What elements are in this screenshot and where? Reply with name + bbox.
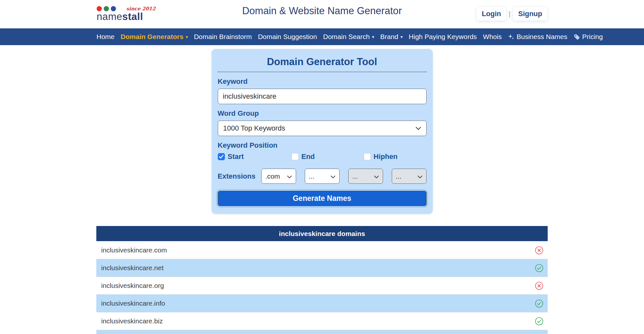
extension-value: .com bbox=[265, 172, 280, 180]
checkbox-box-icon bbox=[218, 153, 225, 160]
extension-select-1[interactable]: .com bbox=[261, 169, 296, 184]
login-button[interactable]: Login bbox=[476, 7, 506, 21]
nav-item-label: Domain Generators bbox=[121, 33, 184, 41]
extensions-label: Extensions bbox=[218, 172, 261, 181]
table-row: inclusiveskincare.biz bbox=[96, 312, 548, 330]
logo-dot-green-icon bbox=[104, 6, 109, 11]
nav-item-high-paying-keywords[interactable]: High Paying Keywords bbox=[409, 33, 477, 41]
checkbox-box-icon bbox=[364, 153, 371, 160]
domain-text: inclusiveskincare.com bbox=[101, 246, 167, 254]
logo-dot-blue-icon bbox=[111, 6, 116, 11]
dotted-separator bbox=[218, 72, 427, 72]
keyword-input[interactable] bbox=[218, 89, 427, 104]
nav-item-label: Brand bbox=[380, 33, 398, 41]
page-header: since 2012 namestall Domain & Website Na… bbox=[0, 0, 644, 28]
table-row: inclusiveskincare.info bbox=[96, 295, 548, 312]
taken-x-icon bbox=[535, 246, 543, 255]
nav-item-label: Whois bbox=[483, 33, 502, 41]
navbar-inner: Home Domain Generators▾ Domain Brainstor… bbox=[97, 33, 548, 41]
available-check-icon bbox=[535, 299, 543, 308]
domain-text: inclusiveskincare.org bbox=[101, 282, 164, 290]
checkbox-start[interactable]: Start bbox=[218, 152, 292, 161]
domain-text: inclusiveskincare.info bbox=[101, 300, 165, 307]
extension-value: ... bbox=[352, 172, 358, 180]
logo-text: namestall bbox=[97, 12, 156, 22]
available-check-icon bbox=[535, 317, 543, 326]
status-icon[interactable] bbox=[535, 299, 543, 308]
logo-dot-red-icon bbox=[97, 6, 102, 11]
nav-item-label: High Paying Keywords bbox=[409, 33, 477, 41]
nav-item-label: Home bbox=[97, 33, 115, 41]
extension-select-4[interactable]: ... bbox=[392, 169, 427, 184]
nav-item-domain-suggestion[interactable]: Domain Suggestion bbox=[258, 33, 317, 41]
domain-generator-card: Domain Generator Tool Keyword Word Group… bbox=[212, 49, 433, 214]
chevron-down-icon: ▾ bbox=[372, 35, 374, 39]
nav-item-label: Business Names bbox=[516, 33, 567, 41]
available-check-icon bbox=[535, 264, 543, 272]
tag-icon bbox=[573, 34, 580, 40]
logo-brand-bold: stall bbox=[122, 11, 143, 22]
extensions-row: Extensions .com ... ... ... bbox=[218, 169, 427, 184]
nav-item-home[interactable]: Home bbox=[97, 33, 115, 41]
nav-item-brand[interactable]: Brand▾ bbox=[380, 33, 403, 41]
chevron-down-icon bbox=[331, 172, 335, 180]
table-row: inclusiveskincare.com bbox=[96, 241, 548, 259]
checkbox-hiphen[interactable]: Hiphen bbox=[364, 152, 398, 161]
checkbox-box-icon bbox=[292, 153, 299, 160]
chevron-down-icon bbox=[416, 127, 421, 130]
nav-item-domain-search[interactable]: Domain Search▾ bbox=[323, 33, 374, 41]
card-title: Domain Generator Tool bbox=[218, 56, 427, 68]
checkbox-label: End bbox=[302, 152, 315, 161]
namestall-logo[interactable]: since 2012 namestall bbox=[97, 6, 156, 22]
keyword-position-label: Keyword Position bbox=[218, 141, 427, 150]
chevron-down-icon bbox=[418, 172, 422, 180]
results-table: inclusiveskincare domains inclusiveskinc… bbox=[96, 226, 548, 334]
domain-text: inclusiveskincare.biz bbox=[101, 317, 163, 325]
nav-item-whois[interactable]: Whois bbox=[483, 33, 502, 41]
checkbox-label: Hiphen bbox=[374, 152, 398, 161]
chevron-down-icon bbox=[287, 172, 292, 180]
nav-item-domain-generators[interactable]: Domain Generators▾ bbox=[121, 33, 188, 41]
table-row: inclusiveskincare.net bbox=[96, 259, 548, 277]
keyword-label: Keyword bbox=[218, 77, 427, 86]
checkbox-end[interactable]: End bbox=[292, 152, 364, 161]
table-row: inclusiveskincare.org bbox=[96, 277, 548, 295]
nav-item-domain-brainstorm[interactable]: Domain Brainstorm bbox=[194, 33, 252, 41]
nav-item-business-names[interactable]: Business Names bbox=[508, 33, 567, 41]
auth-divider: | bbox=[509, 10, 510, 18]
nav-item-label: Pricing bbox=[582, 33, 603, 41]
nav-item-label: Domain Suggestion bbox=[258, 33, 317, 41]
checkbox-label: Start bbox=[228, 152, 244, 161]
status-icon[interactable] bbox=[535, 264, 543, 272]
chevron-down-icon: ▾ bbox=[400, 35, 403, 39]
taken-x-icon bbox=[535, 281, 543, 290]
page-title: Domain & Website Name Generator bbox=[242, 5, 402, 17]
word-group-select[interactable]: 1000 Top Keywords bbox=[218, 121, 427, 136]
sparkles-icon bbox=[508, 34, 514, 40]
keyword-position-row: Start End Hiphen bbox=[218, 152, 427, 161]
logo-brand-light: name bbox=[97, 11, 122, 22]
auth-buttons: Login | Signup bbox=[476, 7, 547, 21]
word-group-label: Word Group bbox=[218, 109, 427, 118]
table-row: inclusiveskincare.co bbox=[96, 330, 548, 334]
extension-value: ... bbox=[396, 172, 402, 180]
results-header: inclusiveskincare domains bbox=[96, 226, 548, 241]
nav-item-label: Domain Search bbox=[323, 33, 370, 41]
status-icon[interactable] bbox=[535, 246, 543, 255]
main-navbar: Home Domain Generators▾ Domain Brainstor… bbox=[0, 28, 644, 45]
extension-select-2[interactable]: ... bbox=[305, 169, 340, 184]
status-icon[interactable] bbox=[535, 281, 543, 290]
status-icon[interactable] bbox=[535, 317, 543, 326]
nav-item-label: Domain Brainstorm bbox=[194, 33, 252, 41]
signup-button[interactable]: Signup bbox=[513, 7, 547, 21]
extension-select-3[interactable]: ... bbox=[348, 169, 383, 184]
chevron-down-icon bbox=[374, 172, 379, 180]
word-group-value: 1000 Top Keywords bbox=[223, 124, 285, 133]
chevron-down-icon: ▾ bbox=[186, 35, 188, 39]
generate-names-button[interactable]: Generate Names bbox=[218, 191, 427, 206]
domain-text: inclusiveskincare.net bbox=[101, 264, 164, 272]
nav-item-pricing[interactable]: Pricing bbox=[573, 33, 603, 41]
extension-value: ... bbox=[309, 172, 315, 180]
results-rows: inclusiveskincare.com inclusiveskincare.… bbox=[96, 241, 548, 334]
